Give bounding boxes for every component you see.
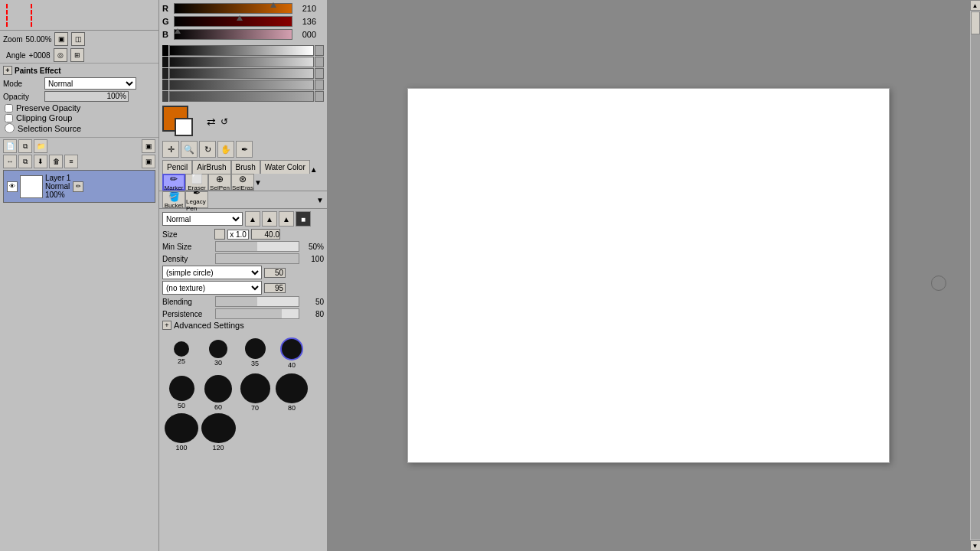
layer-copy-button[interactable]: ⧉ [18, 155, 32, 168]
palette-gradient-1[interactable] [169, 45, 314, 56]
brush-size-item-50[interactable]: 50 [164, 373, 199, 412]
size-val-input[interactable]: 40.0 [251, 229, 280, 240]
layer-thumbnail [20, 175, 43, 198]
shape-buttons: ▲ ▲ ▲ ■ [245, 211, 311, 227]
tab-icon-marker[interactable]: ✏ Marker [162, 174, 185, 191]
layer-delete-button[interactable]: 🗑 [49, 155, 63, 168]
shape-flat-button[interactable]: ▲ [279, 211, 294, 227]
tab-icon-legacypen[interactable]: ✒ Legacy Pen [185, 191, 208, 208]
move-tool-button[interactable]: ✛ [162, 141, 179, 158]
tab-icon-selpen[interactable]: ⊕ SelPen [208, 174, 231, 191]
palette-cell-5[interactable] [162, 91, 168, 102]
circle-shape-select[interactable]: (simple circle) Round Square [162, 266, 262, 279]
eyedropper-tool-button[interactable]: ✒ [236, 141, 253, 158]
tab-icon-seleras[interactable]: ⊛ SelEras [231, 174, 254, 191]
tab-brush[interactable]: Brush [231, 160, 260, 174]
hand-tool-button[interactable]: ✋ [217, 141, 234, 158]
zoom-fit-button[interactable]: ▣ [54, 32, 68, 46]
brush-size-item-30[interactable]: 30 [201, 334, 236, 372]
swap-colors-button[interactable]: ⇄ [207, 116, 216, 128]
brush-size-item-25[interactable]: 25 [164, 334, 199, 372]
right-scrollbar: ▲ ▼ [969, 0, 980, 551]
palette-cell-3[interactable] [162, 68, 168, 79]
palette-cell-4[interactable] [162, 80, 168, 90]
brush-icon-scroll[interactable]: ▼ [254, 174, 262, 191]
brush-size-item-60[interactable]: 60 [201, 373, 236, 412]
scroll-thumb[interactable] [971, 11, 980, 34]
g-slider[interactable] [174, 16, 292, 27]
layer-scroll-button[interactable]: ▣ [142, 155, 155, 168]
brush-size-item-40[interactable]: 40 [274, 334, 309, 372]
b-slider[interactable] [174, 29, 292, 40]
red-guide-line-left [6, 4, 8, 27]
brush-size-item-80[interactable]: 80 [274, 373, 309, 412]
reset-colors-button[interactable]: ↺ [220, 116, 228, 127]
new-layer-button[interactable]: 📄 [3, 139, 17, 153]
palette-gradient-4[interactable] [169, 80, 314, 90]
brush-size-item-35[interactable]: 35 [237, 334, 273, 372]
min-size-bar[interactable] [215, 241, 299, 252]
selection-source-radio[interactable] [5, 123, 15, 133]
layer-options-button[interactable]: ▣ [142, 139, 155, 153]
palette-slider-5[interactable] [315, 91, 324, 102]
scroll-track[interactable] [971, 11, 980, 540]
persistence-bar[interactable] [215, 308, 299, 319]
blend-mode-select[interactable]: Normal Multiply Screen [162, 212, 243, 226]
palette-cell-2[interactable] [162, 57, 168, 67]
palette-gradient-2[interactable] [169, 57, 314, 67]
texture-select[interactable]: (no texture) Canvas Paper [162, 281, 262, 295]
scroll-up-button[interactable]: ▲ [970, 0, 981, 11]
brush-size-item-70[interactable]: 70 [237, 373, 273, 412]
brush-size-item-100[interactable]: 100 [164, 413, 199, 452]
size-mult-input[interactable]: x 1.0 [227, 230, 249, 240]
scroll-down-button[interactable]: ▼ [970, 540, 981, 551]
canvas-preview-area [0, 0, 158, 31]
folder-layer-button[interactable]: 📁 [34, 139, 47, 153]
zoom-1to1-button[interactable]: ◫ [71, 32, 85, 46]
palette-slider-4[interactable] [315, 80, 324, 90]
blending-bar[interactable] [215, 296, 299, 307]
tab-watercolor[interactable]: Water Color [260, 160, 310, 174]
size-checkbox[interactable] [214, 229, 225, 240]
r-slider[interactable] [174, 3, 292, 14]
layer-more-button[interactable]: ≡ [64, 155, 78, 168]
rotate-tool-button[interactable]: ↻ [199, 141, 216, 158]
background-color[interactable] [175, 118, 193, 136]
clipping-group-checkbox[interactable] [5, 114, 13, 122]
palette-gradient-5[interactable] [169, 91, 314, 102]
mode-select[interactable]: Normal Multiply Screen Overlay [44, 77, 136, 90]
palette-slider-3[interactable] [315, 68, 324, 79]
layer-visibility-toggle[interactable]: 👁 [7, 181, 18, 192]
zoom-tool-button[interactable]: 🔍 [181, 141, 198, 158]
shape-round-button[interactable]: ▲ [262, 211, 277, 227]
tab-pencil[interactable]: Pencil [162, 160, 192, 174]
opacity-value: 100% [106, 92, 126, 100]
shape-triangle-button[interactable]: ▲ [245, 211, 260, 227]
palette-slider-2[interactable] [315, 57, 324, 67]
brush-size-label-100: 100 [175, 444, 187, 452]
palette-gradient-3[interactable] [169, 68, 314, 79]
color-swatch-area: ⇄ ↺ [159, 103, 327, 140]
preserve-opacity-checkbox[interactable] [5, 104, 13, 112]
brush-size-item-120[interactable]: 120 [201, 413, 236, 452]
tab-icon-bucket[interactable]: 🪣 Bucket [162, 191, 185, 208]
shape-black-button[interactable]: ■ [296, 211, 311, 227]
brush-icon-scroll-down[interactable]: ▼ [316, 191, 324, 208]
main-canvas-area [328, 0, 969, 551]
canvas[interactable] [407, 88, 890, 463]
palette-cell[interactable] [162, 45, 168, 56]
paints-effect-toggle[interactable]: + [3, 66, 12, 75]
tab-airbrush[interactable]: AirBrush [192, 160, 230, 174]
duplicate-layer-button[interactable]: ⧉ [18, 139, 32, 153]
density-bar[interactable] [215, 253, 299, 264]
layer-section: 📄 ⧉ 📁 ▣ ↔ ⧉ ⬇ 🗑 ≡ ▣ 👁 Layer 1 Normal 100 [0, 138, 158, 551]
layer-item[interactable]: 👁 Layer 1 Normal 100% ✏ [5, 172, 153, 201]
brush-tab-scroll[interactable]: ▲ [310, 160, 318, 174]
layer-move-button[interactable]: ↔ [3, 155, 17, 168]
layer-edit-button[interactable]: ✏ [73, 181, 83, 192]
adv-settings-toggle[interactable]: + [162, 321, 172, 330]
palette-slider-1[interactable] [315, 45, 324, 56]
angle-reset-button[interactable]: ◎ [54, 48, 67, 62]
layer-merge-button[interactable]: ⬇ [34, 155, 47, 168]
angle-flip-button[interactable]: ⊞ [70, 48, 84, 62]
